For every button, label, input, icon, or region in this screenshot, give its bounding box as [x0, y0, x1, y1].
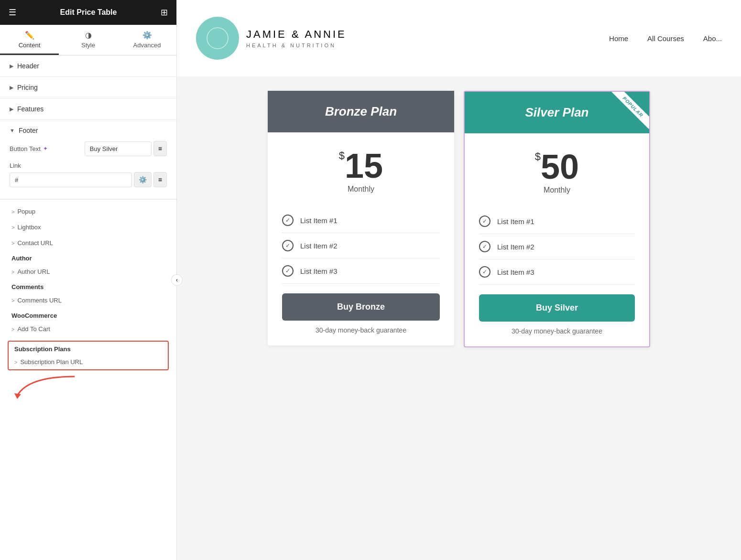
tabs-row: ✏️ Content ◑ Style ⚙️ Advanced — [0, 25, 176, 55]
button-text-input[interactable] — [85, 141, 152, 156]
bronze-feature-3: ✓ List Item #3 — [282, 258, 440, 284]
dropdown-item-subscription-plan-url[interactable]: > Subscription Plan URL — [9, 355, 168, 369]
silver-amount: 50 — [541, 148, 579, 186]
tab-advanced[interactable]: ⚙️ Advanced — [118, 25, 176, 55]
comments-url-arrow-icon: > — [11, 298, 14, 303]
silver-plan-card: Silver Plan $50 Monthly ✓ List Item #1 ✓… — [464, 91, 650, 347]
nav-all-courses[interactable]: All Courses — [647, 34, 684, 43]
bronze-check-2: ✓ — [282, 240, 294, 251]
logo-inner-svg — [206, 26, 229, 50]
buy-silver-button[interactable]: Buy Silver — [479, 294, 635, 322]
logo-area: JAMIE & ANNIE HEALTH & NUTRITION — [196, 17, 347, 60]
bronze-feature-list: ✓ List Item #1 ✓ List Item #2 ✓ List Ite… — [282, 208, 440, 284]
bronze-check-1: ✓ — [282, 215, 294, 226]
link-settings-icon[interactable]: ⚙️ — [134, 172, 152, 187]
features-accordion-label: Features — [17, 105, 44, 113]
grid-icon[interactable]: ⊞ — [161, 7, 168, 18]
silver-plan-header: Silver Plan — [465, 92, 649, 133]
nav-home[interactable]: Home — [609, 34, 628, 43]
subscription-plans-header: Subscription Plans — [9, 342, 168, 355]
silver-guarantee: 30-day money-back guarantee — [479, 327, 635, 335]
dropdown-item-contact-url[interactable]: > Contact URL — [0, 235, 176, 251]
bronze-currency: $ — [339, 150, 345, 162]
collapse-panel-button[interactable]: ‹ — [171, 274, 183, 286]
subscription-section: Subscription Plans > Subscription Plan U… — [8, 341, 169, 370]
features-accordion-header[interactable]: ▶ Features — [0, 98, 176, 119]
pricing-accordion-label: Pricing — [17, 84, 38, 91]
link-input-row: ⚙️ ≡ — [10, 172, 167, 187]
brand-name: JAMIE & ANNIE — [246, 27, 347, 42]
content-tab-icon: ✏️ — [25, 31, 34, 40]
dropdown-item-author-url[interactable]: > Author URL — [0, 264, 176, 280]
silver-feature-1-label: List Item #1 — [497, 217, 534, 226]
button-text-list-icon[interactable]: ≡ — [153, 141, 167, 156]
author-section-header: Author — [0, 251, 176, 264]
bronze-amount: 15 — [345, 147, 383, 185]
silver-feature-2-label: List Item #2 — [497, 243, 534, 251]
dropdown-item-lightbox[interactable]: > Lightbox — [0, 219, 176, 235]
pricing-accordion: ▶ Pricing — [0, 77, 176, 98]
dynamic-icon: ✦ — [43, 145, 48, 152]
right-panel: JAMIE & ANNIE HEALTH & NUTRITION Home Al… — [177, 0, 741, 560]
subscription-plan-url-label: Subscription Plan URL — [20, 358, 83, 366]
site-header: JAMIE & ANNIE HEALTH & NUTRITION Home Al… — [177, 0, 741, 76]
page-title: Edit Price Table — [60, 8, 117, 17]
buy-bronze-button[interactable]: Buy Bronze — [282, 293, 440, 321]
top-bar: ☰ Edit Price Table ⊞ — [0, 0, 176, 25]
tab-content[interactable]: ✏️ Content — [0, 25, 59, 55]
comments-url-label: Comments URL — [17, 297, 61, 304]
brand-tagline: HEALTH & NUTRITION — [246, 42, 347, 49]
bronze-feature-2: ✓ List Item #2 — [282, 233, 440, 258]
contact-url-label: Contact URL — [17, 239, 53, 247]
lightbox-label: Lightbox — [17, 224, 41, 231]
svg-point-1 — [207, 28, 228, 49]
bronze-period: Monthly — [282, 185, 440, 194]
popup-arrow-icon: > — [11, 209, 14, 215]
author-url-arrow-icon: > — [11, 269, 14, 275]
red-arrow-svg — [8, 374, 84, 400]
tab-style-label: Style — [81, 42, 95, 49]
pricing-accordion-header[interactable]: ▶ Pricing — [0, 77, 176, 98]
bronze-plan-header: Bronze Plan — [268, 91, 454, 132]
bronze-guarantee: 30-day money-back guarantee — [282, 326, 440, 334]
button-text-row: Button Text ✦ ≡ — [10, 141, 167, 156]
popular-ribbon — [606, 92, 649, 133]
tab-style[interactable]: ◑ Style — [59, 25, 118, 55]
footer-accordion-label: Footer — [19, 127, 38, 134]
link-list-icon[interactable]: ≡ — [153, 172, 167, 187]
author-url-label: Author URL — [17, 268, 50, 275]
silver-period: Monthly — [479, 186, 635, 194]
header-accordion-header[interactable]: ▶ Header — [0, 55, 176, 76]
bronze-price-row: $15 Monthly — [282, 144, 440, 198]
header-accordion-label: Header — [17, 62, 39, 70]
link-row: Link ⚙️ ≡ — [10, 162, 167, 187]
pricing-arrow-icon: ▶ — [10, 85, 13, 91]
left-panel: ☰ Edit Price Table ⊞ ✏️ Content ◑ Style … — [0, 0, 177, 560]
dropdown-item-add-to-cart[interactable]: > Add To Cart — [0, 321, 176, 337]
header-accordion: ▶ Header — [0, 55, 176, 77]
dropdown-list: > Popup > Lightbox > Contact URL Author … — [0, 199, 176, 560]
footer-accordion-header[interactable]: ▼ Footer — [0, 120, 176, 141]
pricing-area: Bronze Plan $15 Monthly ✓ List Item #1 ✓… — [177, 76, 741, 560]
silver-feature-list: ✓ List Item #1 ✓ List Item #2 ✓ List Ite… — [479, 209, 635, 285]
footer-accordion: ▼ Footer Button Text ✦ ≡ Link ⚙️ ≡ — [0, 120, 176, 199]
bronze-plan-body: $15 Monthly ✓ List Item #1 ✓ List Item #… — [268, 132, 454, 345]
silver-feature-1: ✓ List Item #1 — [479, 209, 635, 234]
button-text-label: Button Text ✦ — [10, 145, 85, 152]
silver-feature-3-label: List Item #3 — [497, 268, 534, 276]
dropdown-item-popup[interactable]: > Popup — [0, 204, 176, 219]
link-label: Link — [10, 162, 167, 169]
popup-label: Popup — [17, 208, 35, 215]
silver-check-1: ✓ — [479, 215, 490, 227]
subscription-plan-url-arrow-icon: > — [14, 359, 17, 365]
silver-price-row: $50 Monthly — [479, 145, 635, 199]
red-arrow-annotation — [8, 374, 169, 403]
silver-currency: $ — [535, 151, 541, 162]
hamburger-icon[interactable]: ☰ — [9, 7, 16, 18]
dropdown-item-comments-url[interactable]: > Comments URL — [0, 292, 176, 308]
link-input[interactable] — [10, 172, 132, 187]
nav-about[interactable]: Abo... — [703, 34, 722, 43]
bronze-check-3: ✓ — [282, 265, 294, 277]
features-arrow-icon: ▶ — [10, 106, 13, 112]
features-accordion: ▶ Features — [0, 98, 176, 120]
